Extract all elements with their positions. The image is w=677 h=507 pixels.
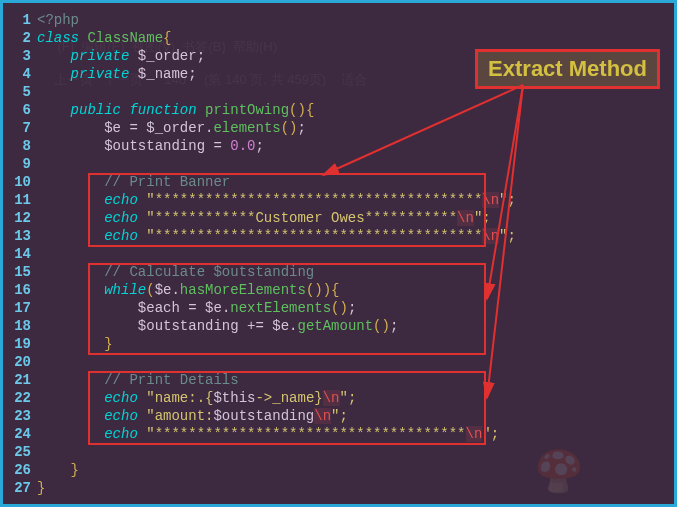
str: "; [474,210,491,226]
str: "name:.{ [146,390,213,406]
annotation-extract-method: Extract Method [475,49,660,89]
line-number: 5 [3,83,31,101]
kw-echo: echo [104,408,138,424]
str: "; [340,390,357,406]
brace: { [306,102,314,118]
str: "; [331,408,348,424]
esc: \n [482,192,499,208]
line-number: 27 [3,479,31,497]
str: "************Customer Owes*********** [146,210,457,226]
str: ->_name} [255,390,322,406]
line-number: 21 [3,371,31,389]
line-number: 7 [3,119,31,137]
line-number: 13 [3,227,31,245]
line-number: 25 [3,443,31,461]
line-number: 12 [3,209,31,227]
str: "; [482,426,499,442]
str: "*************************************** [146,228,482,244]
line-number: 11 [3,191,31,209]
brace: } [37,480,45,496]
annotation-label: Extract Method [488,56,647,81]
line-number: 23 [3,407,31,425]
line-number: 24 [3,425,31,443]
php-tag: <?php [37,12,79,28]
line-number: 20 [3,353,31,371]
kw-while: while [104,282,146,298]
brace: { [163,30,171,46]
line-gutter: 1 2 3 4 5 6 7 8 9 10 11 12 13 14 15 16 1… [3,11,37,497]
brace: } [104,336,112,352]
var: $e [205,300,222,316]
kw-public: public [71,102,121,118]
line-number: 2 [3,29,31,47]
fn: elements [213,120,280,136]
kw-private: private [71,66,130,82]
brace: } [71,462,79,478]
line-number: 3 [3,47,31,65]
code-editor: (F) 编辑(E) 视图(V) 书签(B) 帮助(H) 上一页 下一页 140 … [0,0,677,507]
kw-echo: echo [104,228,138,244]
classname: ClassName [87,30,163,46]
line-number: 26 [3,461,31,479]
str: "************************************* [146,426,465,442]
line-number: 18 [3,317,31,335]
kw-class: class [37,30,79,46]
line-number: 6 [3,101,31,119]
line-number: 9 [3,155,31,173]
var: $outstanding [213,408,314,424]
var: $_order [138,48,197,64]
esc: \n [482,228,499,244]
fn: getAmount [297,318,373,334]
line-number: 19 [3,335,31,353]
var: $e [272,318,289,334]
line-number: 17 [3,299,31,317]
comment-banner: // Print Banner [104,174,230,190]
line-number: 1 [3,11,31,29]
kw-echo: echo [104,210,138,226]
var: $each [138,300,180,316]
kw-private: private [71,48,130,64]
var: $this [213,390,255,406]
str: "; [499,192,516,208]
num: 0.0 [230,138,255,154]
esc: \n [466,426,483,442]
line-number: 22 [3,389,31,407]
line-number: 8 [3,137,31,155]
var: $e [104,120,121,136]
kw-echo: echo [104,426,138,442]
comment-calc: // Calculate $outstanding [104,264,314,280]
line-number: 10 [3,173,31,191]
fn: hasMoreElements [180,282,306,298]
comment-details: // Print Details [104,372,238,388]
kw-function: function [129,102,196,118]
var: $outstanding [104,138,205,154]
esc: \n [323,390,340,406]
var: $_name [138,66,188,82]
str: "*************************************** [146,192,482,208]
esc: \n [314,408,331,424]
line-number: 16 [3,281,31,299]
parens: () [289,102,306,118]
fn-name: printOwing [205,102,289,118]
fn: nextElements [230,300,331,316]
var: $_order [146,120,205,136]
str: "amount: [146,408,213,424]
kw-echo: echo [104,192,138,208]
line-number: 4 [3,65,31,83]
brace: { [331,282,339,298]
line-number: 14 [3,245,31,263]
var: $outstanding [138,318,239,334]
kw-echo: echo [104,390,138,406]
line-number: 15 [3,263,31,281]
var: $e [155,282,172,298]
esc: \n [457,210,474,226]
str: "; [499,228,516,244]
